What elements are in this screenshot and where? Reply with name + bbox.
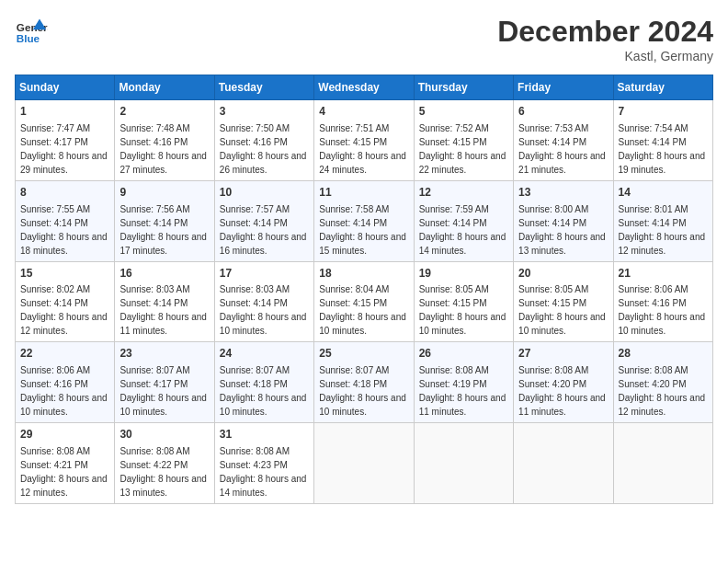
cell-sunset: Sunset: 4:14 PM [419,218,487,228]
cell-daylight: Daylight: 8 hours and 15 minutes. [319,232,406,256]
cell-daylight: Daylight: 8 hours and 10 minutes. [119,393,207,417]
cell-sunrise: Sunrise: 8:03 AM [220,284,290,294]
cell-sunrise: Sunrise: 8:08 AM [119,446,189,456]
cell-sunset: Sunset: 4:14 PM [518,218,586,228]
day-number: 23 [119,346,209,362]
cell-sunset: Sunset: 4:15 PM [518,298,586,308]
title-block: December 2024 Kastl, Germany [497,15,713,63]
cell-sunrise: Sunrise: 7:48 AM [119,123,189,133]
cell-sunset: Sunset: 4:22 PM [119,460,188,470]
cell-sunrise: Sunrise: 7:54 AM [619,123,688,133]
day-number: 6 [518,104,608,120]
calendar-week-row: 29 Sunrise: 8:08 AM Sunset: 4:21 PM Dayl… [16,423,713,504]
day-number: 28 [619,346,708,362]
column-header-friday: Friday [514,75,613,100]
column-header-saturday: Saturday [613,75,712,100]
cell-sunrise: Sunrise: 8:01 AM [619,204,688,214]
column-header-monday: Monday [115,75,214,100]
calendar-cell: 9 Sunrise: 7:56 AM Sunset: 4:14 PM Dayli… [115,180,214,261]
calendar-cell: 7 Sunrise: 7:54 AM Sunset: 4:14 PM Dayli… [613,100,712,181]
calendar-cell: 25 Sunrise: 8:07 AM Sunset: 4:18 PM Dayl… [314,342,414,423]
day-number: 30 [119,427,209,442]
cell-daylight: Daylight: 8 hours and 19 minutes. [619,151,706,175]
cell-sunset: Sunset: 4:15 PM [319,298,387,308]
cell-sunrise: Sunrise: 8:06 AM [20,365,90,375]
cell-sunset: Sunset: 4:16 PM [619,298,687,308]
cell-sunset: Sunset: 4:17 PM [119,379,188,389]
calendar-cell: 19 Sunrise: 8:05 AM Sunset: 4:15 PM Dayl… [414,261,513,342]
cell-sunset: Sunset: 4:18 PM [220,379,288,389]
day-number: 20 [518,266,608,282]
day-number: 13 [518,185,608,201]
column-header-thursday: Thursday [414,75,513,100]
cell-daylight: Daylight: 8 hours and 10 minutes. [319,312,406,336]
cell-daylight: Daylight: 8 hours and 10 minutes. [518,312,606,336]
calendar-cell: 24 Sunrise: 8:07 AM Sunset: 4:18 PM Dayl… [214,342,313,423]
day-number: 2 [119,104,209,120]
cell-sunrise: Sunrise: 8:08 AM [518,365,588,375]
calendar-week-row: 22 Sunrise: 8:06 AM Sunset: 4:16 PM Dayl… [16,342,713,423]
svg-text:Blue: Blue [17,32,40,44]
cell-sunrise: Sunrise: 7:47 AM [20,123,90,133]
day-number: 31 [220,427,309,442]
day-number: 14 [619,185,708,201]
cell-sunset: Sunset: 4:19 PM [419,379,487,389]
cell-daylight: Daylight: 8 hours and 24 minutes. [319,151,406,175]
day-number: 29 [20,427,109,442]
day-number: 26 [419,346,508,362]
cell-daylight: Daylight: 8 hours and 10 minutes. [220,393,307,417]
cell-daylight: Daylight: 8 hours and 11 minutes. [419,393,506,417]
cell-sunrise: Sunrise: 8:08 AM [619,365,688,375]
cell-daylight: Daylight: 8 hours and 13 minutes. [119,474,207,498]
day-number: 17 [220,266,309,282]
calendar-cell: 3 Sunrise: 7:50 AM Sunset: 4:16 PM Dayli… [214,100,313,181]
cell-sunset: Sunset: 4:18 PM [319,379,387,389]
cell-sunrise: Sunrise: 8:08 AM [419,365,489,375]
cell-daylight: Daylight: 8 hours and 18 minutes. [20,232,108,256]
calendar-cell: 31 Sunrise: 8:08 AM Sunset: 4:23 PM Dayl… [214,423,313,504]
day-number: 1 [20,104,109,120]
day-number: 27 [518,346,608,362]
cell-sunrise: Sunrise: 8:07 AM [319,365,389,375]
cell-daylight: Daylight: 8 hours and 17 minutes. [119,232,207,256]
cell-sunset: Sunset: 4:16 PM [220,137,288,147]
cell-sunset: Sunset: 4:15 PM [419,137,487,147]
calendar-cell: 4 Sunrise: 7:51 AM Sunset: 4:15 PM Dayli… [314,100,414,181]
cell-daylight: Daylight: 8 hours and 12 minutes. [20,312,108,336]
cell-sunrise: Sunrise: 8:05 AM [518,284,588,294]
cell-daylight: Daylight: 8 hours and 26 minutes. [220,151,307,175]
cell-sunset: Sunset: 4:14 PM [119,298,188,308]
cell-sunrise: Sunrise: 7:52 AM [419,123,489,133]
calendar-cell: 10 Sunrise: 7:57 AM Sunset: 4:14 PM Dayl… [214,180,313,261]
cell-sunset: Sunset: 4:14 PM [619,218,687,228]
calendar-cell: 29 Sunrise: 8:08 AM Sunset: 4:21 PM Dayl… [16,423,115,504]
calendar-week-row: 8 Sunrise: 7:55 AM Sunset: 4:14 PM Dayli… [16,180,713,261]
cell-daylight: Daylight: 8 hours and 10 minutes. [319,393,406,417]
cell-daylight: Daylight: 8 hours and 14 minutes. [220,474,307,498]
cell-daylight: Daylight: 8 hours and 10 minutes. [20,393,108,417]
cell-sunset: Sunset: 4:15 PM [319,137,387,147]
cell-daylight: Daylight: 8 hours and 29 minutes. [20,151,108,175]
calendar-cell: 18 Sunrise: 8:04 AM Sunset: 4:15 PM Dayl… [314,261,414,342]
cell-daylight: Daylight: 8 hours and 10 minutes. [619,312,706,336]
cell-sunrise: Sunrise: 7:50 AM [220,123,290,133]
calendar-cell: 1 Sunrise: 7:47 AM Sunset: 4:17 PM Dayli… [16,100,115,181]
cell-daylight: Daylight: 8 hours and 12 minutes. [619,232,706,256]
cell-sunset: Sunset: 4:14 PM [220,298,288,308]
cell-daylight: Daylight: 8 hours and 10 minutes. [220,312,307,336]
logo: General Blue [15,15,48,48]
cell-sunrise: Sunrise: 8:08 AM [20,446,90,456]
cell-sunset: Sunset: 4:14 PM [20,298,88,308]
calendar-cell: 28 Sunrise: 8:08 AM Sunset: 4:20 PM Dayl… [613,342,712,423]
day-number: 8 [20,185,109,201]
calendar-cell: 14 Sunrise: 8:01 AM Sunset: 4:14 PM Dayl… [613,180,712,261]
cell-sunset: Sunset: 4:16 PM [20,379,88,389]
cell-sunrise: Sunrise: 8:02 AM [20,284,90,294]
cell-sunrise: Sunrise: 8:00 AM [518,204,588,214]
cell-daylight: Daylight: 8 hours and 27 minutes. [119,151,207,175]
calendar-cell: 17 Sunrise: 8:03 AM Sunset: 4:14 PM Dayl… [214,261,313,342]
calendar-table: SundayMondayTuesdayWednesdayThursdayFrid… [15,75,713,504]
calendar-cell: 16 Sunrise: 8:03 AM Sunset: 4:14 PM Dayl… [115,261,214,342]
calendar-cell: 23 Sunrise: 8:07 AM Sunset: 4:17 PM Dayl… [115,342,214,423]
calendar-cell [514,423,613,504]
